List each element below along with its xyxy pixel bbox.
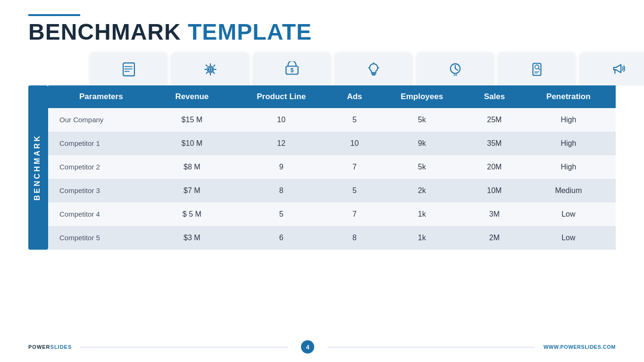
cell-penetration: Low: [521, 226, 616, 250]
cell-parameters: Competitor 2: [48, 155, 154, 179]
cell-sales: 3M: [468, 202, 521, 226]
icon-product-line: $: [253, 53, 331, 85]
cell-penetration: High: [521, 132, 616, 155]
title-word-template: TEMPLATE: [188, 19, 312, 44]
cell-parameters: Our Company: [48, 108, 154, 132]
title-section: BENCHMARK TEMPLATE: [28, 14, 616, 45]
cell-sales: 2M: [468, 226, 521, 250]
footer: POWERSLIDES 4 WWW.POWERSLIDES.COM: [28, 340, 616, 354]
cell-revenue: $ 5 M: [154, 202, 230, 226]
table-row: Competitor 3$7 M852k10MMedium: [48, 179, 616, 202]
cell-employees: 5k: [376, 155, 468, 179]
cell-ads: 8: [333, 226, 376, 250]
footer-page-number: 4: [301, 340, 314, 354]
svg-point-5: [125, 68, 126, 70]
title-accent-line: [28, 14, 80, 16]
penetration-icon: [611, 61, 627, 77]
employees-icon: 24: [447, 61, 463, 77]
cell-product_line: 5: [230, 202, 333, 226]
cell-ads: 10: [333, 132, 376, 155]
product-line-icon: $: [284, 61, 300, 77]
col-ads: Ads: [333, 85, 376, 108]
cell-parameters: Competitor 4: [48, 202, 154, 226]
benchmark-table-wrapper: BENCHMARK Parameters Revenue Product Lin…: [28, 85, 616, 250]
footer-line-right: [327, 347, 535, 347]
cell-product_line: 12: [230, 132, 333, 155]
icons-row: $ 24: [90, 53, 616, 85]
cell-parameters: Competitor 1: [48, 132, 154, 155]
parameters-icon: [121, 61, 137, 77]
footer-website: WWW.POWERSLIDES.COM: [544, 344, 616, 350]
svg-point-6: [125, 71, 126, 72]
cell-sales: 25M: [468, 108, 521, 132]
col-penetration: Penetration: [521, 85, 616, 108]
table-row: Competitor 4$ 5 M571k3MLow: [48, 202, 616, 226]
ads-icon: [366, 61, 382, 77]
col-sales: Sales: [468, 85, 521, 108]
footer-power: POWER: [28, 344, 50, 350]
cell-ads: 5: [333, 179, 376, 202]
cell-employees: 2k: [376, 179, 468, 202]
table-header-row: Parameters Revenue Product Line Ads Empl…: [48, 85, 616, 108]
icon-employees: 24: [416, 53, 494, 85]
cell-revenue: $3 M: [154, 226, 230, 250]
svg-point-4: [125, 66, 126, 67]
table-row: Competitor 2$8 M975k20MHigh: [48, 155, 616, 179]
sales-icon: [529, 61, 545, 77]
cell-ads: 7: [333, 202, 376, 226]
footer-brand-left: POWERSLIDES: [28, 344, 72, 350]
cell-sales: 35M: [468, 132, 521, 155]
cell-parameters: Competitor 5: [48, 226, 154, 250]
col-revenue: Revenue: [154, 85, 230, 108]
cell-sales: 20M: [468, 155, 521, 179]
icon-ads: [335, 53, 412, 85]
svg-line-20: [538, 68, 539, 70]
cell-product_line: 6: [230, 226, 333, 250]
cell-ads: 5: [333, 108, 376, 132]
cell-revenue: $15 M: [154, 108, 230, 132]
col-employees: Employees: [376, 85, 468, 108]
cell-penetration: High: [521, 108, 616, 132]
cell-product_line: 8: [230, 179, 333, 202]
col-product-line: Product Line: [230, 85, 333, 108]
cell-penetration: High: [521, 155, 616, 179]
footer-slides: SLIDES: [50, 344, 72, 350]
footer-line-left: [80, 347, 288, 347]
table-row: Competitor 5$3 M681k2MLow: [48, 226, 616, 250]
icon-penetration: [579, 53, 644, 85]
icon-revenue: [171, 53, 249, 85]
cell-employees: 1k: [376, 226, 468, 250]
cell-penetration: Medium: [521, 179, 616, 202]
table-row: Competitor 1$10 M12109k35MHigh: [48, 132, 616, 155]
cell-product_line: 9: [230, 155, 333, 179]
benchmark-table: Parameters Revenue Product Line Ads Empl…: [48, 85, 616, 250]
table-row: Our Company$15 M1055k25MHigh: [48, 108, 616, 132]
cell-revenue: $10 M: [154, 132, 230, 155]
title-word-benchmark: BENCHMARK: [28, 19, 181, 44]
cell-sales: 10M: [468, 179, 521, 202]
cell-product_line: 10: [230, 108, 333, 132]
cell-ads: 7: [333, 155, 376, 179]
svg-text:$: $: [290, 67, 293, 74]
cell-parameters: Competitor 3: [48, 179, 154, 202]
revenue-icon: [202, 61, 218, 77]
cell-employees: 9k: [376, 132, 468, 155]
cell-employees: 5k: [376, 108, 468, 132]
cell-employees: 1k: [376, 202, 468, 226]
icon-sales: [498, 53, 576, 85]
col-parameters: Parameters: [48, 85, 154, 108]
page-title: BENCHMARK TEMPLATE: [28, 20, 616, 45]
cell-revenue: $8 M: [154, 155, 230, 179]
icon-parameters: [90, 53, 167, 85]
svg-text:24: 24: [453, 73, 457, 76]
cell-penetration: Low: [521, 202, 616, 226]
cell-revenue: $7 M: [154, 179, 230, 202]
benchmark-label: BENCHMARK: [28, 85, 48, 250]
